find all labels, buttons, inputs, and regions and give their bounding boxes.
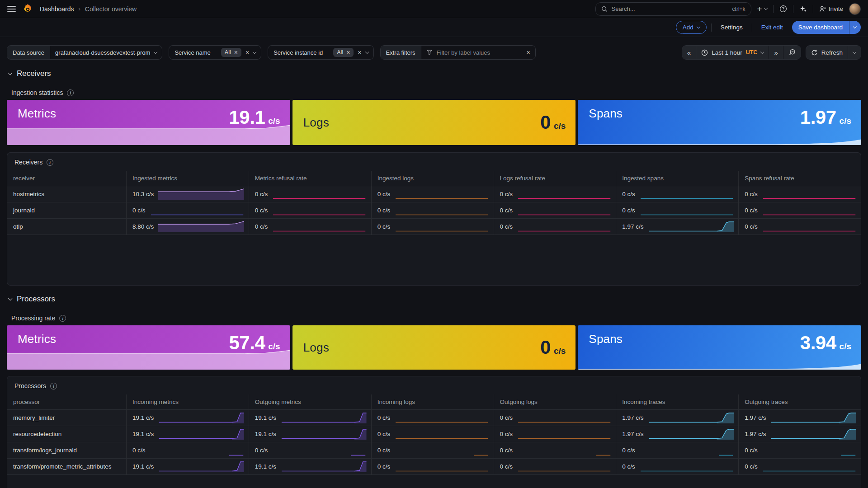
- cell-sparkline: [762, 445, 856, 456]
- section-processors[interactable]: Processors: [9, 295, 868, 304]
- cell-sparkline: [762, 188, 856, 200]
- column-header[interactable]: processor: [7, 394, 126, 409]
- table-row: transform/logs_journald0 c/s0 c/s0 c/s0 …: [7, 442, 861, 459]
- cell-sparkline: [272, 445, 366, 456]
- column-header[interactable]: Incoming traces: [616, 394, 738, 409]
- time-shift-forward-button[interactable]: »: [769, 46, 783, 59]
- table-row: hostmetrics10.3 c/s0 c/s0 c/s0 c/s0 c/s0…: [7, 186, 861, 202]
- label-filter-input[interactable]: [437, 49, 523, 56]
- column-header[interactable]: Ingested spans: [616, 171, 738, 186]
- cell-sparkline: [517, 205, 611, 216]
- edit-toolbar: Add Settings Exit edit Save dashboard: [0, 18, 868, 37]
- metric-cell: 0 c/s: [738, 442, 861, 458]
- clear-icon[interactable]: ×: [245, 49, 249, 56]
- save-dashboard-button[interactable]: Save dashboard: [792, 21, 861, 34]
- cell-sparkline: [640, 205, 734, 216]
- metric-cell: 19.1 c/s: [249, 426, 371, 442]
- refresh-icon: [811, 49, 818, 56]
- clear-icon[interactable]: ×: [527, 49, 530, 56]
- cell-sparkline: [158, 188, 244, 200]
- column-header[interactable]: receiver: [7, 171, 126, 186]
- help-icon[interactable]: [779, 5, 787, 13]
- service-name-chip[interactable]: All×: [221, 48, 241, 57]
- row-label: transform/logs_journald: [7, 442, 126, 458]
- metric-cell: 0 c/s: [738, 219, 861, 235]
- info-icon[interactable]: i: [47, 159, 53, 166]
- ai-assistant-icon[interactable]: [799, 5, 807, 13]
- cell-sparkline: [150, 205, 244, 216]
- row-label: journald: [7, 202, 126, 218]
- column-header[interactable]: Outgoing metrics: [249, 394, 371, 409]
- table-row: transform/promote_metric_attributes19.1 …: [7, 459, 861, 475]
- info-icon[interactable]: i: [59, 315, 66, 322]
- cell-sparkline: [770, 428, 856, 440]
- refresh-button[interactable]: Refresh: [806, 46, 848, 59]
- column-header[interactable]: Incoming metrics: [126, 394, 249, 409]
- table-header-row: processorIncoming metricsOutgoing metric…: [7, 394, 861, 410]
- hamburger-menu-icon[interactable]: [7, 6, 16, 12]
- column-header[interactable]: Ingested metrics: [126, 171, 249, 186]
- metric-cell: 0 c/s: [371, 202, 494, 218]
- metric-cell: 0 c/s: [738, 459, 861, 474]
- chip-remove-icon[interactable]: ×: [346, 49, 350, 56]
- cell-sparkline: [640, 445, 734, 456]
- data-source-picker[interactable]: Data source grafanacloud-dsuessdevextest…: [7, 45, 162, 60]
- add-new-button[interactable]: +: [757, 4, 767, 14]
- zoom-out-button[interactable]: [783, 46, 801, 59]
- service-instance-chip[interactable]: All×: [333, 48, 354, 57]
- column-header[interactable]: Metrics refusal rate: [249, 171, 371, 186]
- clear-icon[interactable]: ×: [358, 49, 361, 56]
- data-source-value: grafanacloud-dsuessdevextest-prom: [55, 49, 150, 56]
- breadcrumb: Dashboards › Collector overview: [40, 5, 137, 13]
- column-header[interactable]: Outgoing logs: [494, 394, 616, 409]
- column-header[interactable]: Outgoing traces: [738, 394, 861, 409]
- service-name-filter[interactable]: Service name All× ×: [169, 45, 261, 60]
- stat-panel-logs: Logs 0c/s: [292, 100, 576, 145]
- refresh-interval-caret[interactable]: [848, 46, 861, 59]
- metric-cell: 0 c/s: [371, 219, 494, 235]
- metric-cell: 0 c/s: [249, 442, 371, 458]
- section-receivers[interactable]: Receivers: [9, 69, 868, 78]
- metric-cell: 0 c/s: [494, 186, 616, 202]
- column-header[interactable]: Ingested logs: [371, 171, 494, 186]
- top-nav: Dashboards › Collector overview ctrl+k +…: [0, 0, 868, 18]
- info-icon[interactable]: i: [50, 383, 57, 389]
- breadcrumb-dashboards[interactable]: Dashboards: [40, 5, 74, 13]
- person-plus-icon: [819, 5, 826, 13]
- extra-filters[interactable]: Extra filters ×: [380, 45, 536, 60]
- table-row: journald0 c/s0 c/s0 c/s0 c/s0 c/s0 c/s: [7, 202, 861, 219]
- user-avatar[interactable]: [849, 3, 861, 15]
- metric-cell: 1.97 c/s: [738, 410, 861, 426]
- search-input[interactable]: [612, 5, 728, 12]
- settings-button[interactable]: Settings: [716, 21, 747, 33]
- cell-sparkline: [640, 188, 734, 200]
- metric-cell: 1.97 c/s: [616, 219, 738, 235]
- filter-bar: Data source grafanacloud-dsuessdevextest…: [7, 45, 861, 60]
- column-header[interactable]: Spans refusal rate: [738, 171, 861, 186]
- invite-button[interactable]: Invite: [819, 5, 843, 13]
- cell-sparkline: [281, 461, 367, 472]
- grafana-logo[interactable]: [22, 3, 33, 14]
- cell-sparkline: [158, 221, 244, 232]
- info-icon[interactable]: i: [67, 89, 74, 96]
- cell-sparkline: [640, 461, 734, 472]
- time-shift-back-button[interactable]: «: [682, 46, 696, 59]
- cell-sparkline: [395, 428, 489, 440]
- data-source-label: Data source: [7, 46, 50, 59]
- processors-table-panel: Processors i processorIncoming metricsOu…: [7, 376, 861, 488]
- divider: [793, 5, 793, 13]
- exit-edit-button[interactable]: Exit edit: [757, 21, 788, 33]
- column-header[interactable]: Incoming logs: [371, 394, 494, 409]
- search-box[interactable]: ctrl+k: [595, 2, 751, 16]
- ingestion-statistics-label: Ingestion statistics i: [11, 89, 868, 96]
- service-instance-filter[interactable]: Service instance id All× ×: [268, 45, 373, 60]
- divider: [711, 23, 712, 32]
- cell-sparkline: [395, 412, 489, 423]
- save-dashboard-caret[interactable]: [849, 21, 861, 34]
- metric-cell: 19.1 c/s: [126, 410, 249, 426]
- time-range-picker[interactable]: Last 1 hour UTC: [696, 46, 769, 59]
- stat-panel-logs: Logs 0c/s: [292, 325, 576, 370]
- column-header[interactable]: Logs refusal rate: [494, 171, 616, 186]
- add-panel-button[interactable]: Add: [676, 21, 707, 34]
- chip-remove-icon[interactable]: ×: [234, 49, 238, 56]
